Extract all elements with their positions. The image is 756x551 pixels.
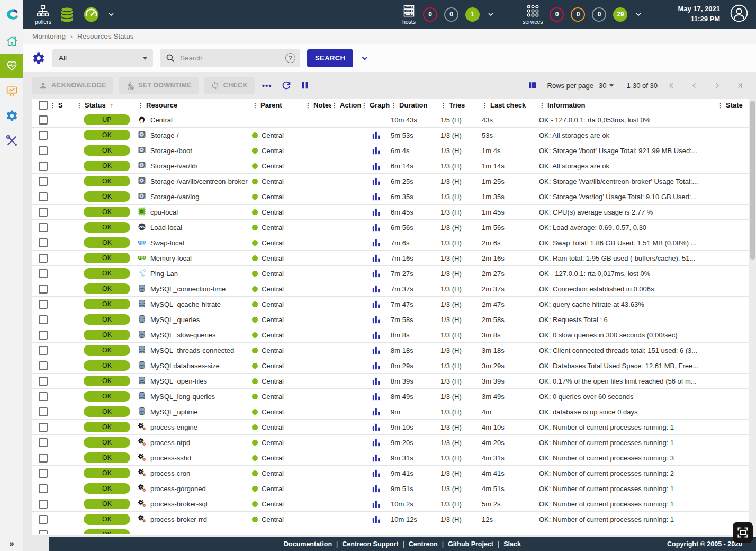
- row-checkbox[interactable]: [39, 515, 48, 524]
- graph-icon[interactable]: [372, 331, 380, 339]
- row-checkbox[interactable]: [39, 500, 48, 509]
- table-row[interactable]: OK process-engine Central 9m 10s 1/3 (H)…: [32, 420, 749, 435]
- footer-link[interactable]: Github Project: [448, 540, 493, 548]
- drag-handle-icon[interactable]: ⋮: [391, 102, 397, 109]
- footer-link[interactable]: Documentation: [284, 540, 332, 548]
- set-downtime-button[interactable]: SET DOWNTIME: [119, 77, 199, 94]
- resource-name[interactable]: Storage-/: [150, 131, 178, 139]
- row-checkbox[interactable]: [39, 115, 48, 125]
- row-checkbox[interactable]: [39, 407, 48, 416]
- resource-name[interactable]: process-ntpd: [150, 439, 190, 447]
- resource-name[interactable]: MySQL_queries: [150, 316, 200, 324]
- counter-badge[interactable]: 29: [613, 7, 627, 22]
- graph-icon[interactable]: [372, 316, 380, 324]
- user-menu[interactable]: [730, 4, 749, 25]
- resource-name[interactable]: process-cron: [150, 469, 190, 477]
- drag-handle-icon[interactable]: ⋮: [440, 102, 446, 109]
- row-checkbox[interactable]: [39, 530, 48, 535]
- drag-handle-icon[interactable]: ⋮: [361, 102, 367, 109]
- drag-handle-icon[interactable]: ⋮: [539, 102, 545, 109]
- footer-link[interactable]: Centreon Support: [342, 540, 398, 548]
- table-row[interactable]: OK Load-local Central 6m 56s 1/3 (H) 1m …: [32, 220, 749, 235]
- sidebar-item-monitoring[interactable]: [0, 54, 23, 78]
- column-header-status[interactable]: ⋮Status↑: [76, 101, 138, 109]
- services-menu[interactable]: services: [523, 4, 543, 25]
- resource-name[interactable]: Ping-Lan: [150, 270, 178, 278]
- row-checkbox[interactable]: [39, 223, 48, 232]
- resource-name[interactable]: process-broker-rrd: [150, 516, 207, 523]
- row-checkbox[interactable]: [39, 346, 48, 355]
- resource-name[interactable]: MySQL_open-files: [150, 377, 207, 385]
- vertical-scrollbar[interactable]: [749, 99, 756, 537]
- counter-badge[interactable]: 0: [571, 7, 585, 22]
- graph-icon[interactable]: [372, 377, 380, 385]
- resource-name[interactable]: cpu-local: [150, 208, 178, 216]
- row-checkbox[interactable]: [39, 192, 48, 201]
- pause-autorefresh-button[interactable]: [299, 79, 311, 92]
- graph-icon[interactable]: [372, 300, 380, 308]
- column-header-notes[interactable]: ⋮Notes: [305, 101, 331, 109]
- counter-badge[interactable]: 0: [550, 7, 564, 22]
- table-row[interactable]: OK MySQL_slow-queries Central 8m 8s 1/3 …: [32, 327, 749, 343]
- drag-handle-icon[interactable]: ⋮: [331, 102, 337, 109]
- row-checkbox[interactable]: [39, 454, 48, 463]
- hosts-chevron-down-icon[interactable]: [487, 10, 495, 19]
- resource-name[interactable]: MySQL_long-queries: [150, 393, 215, 401]
- graph-icon[interactable]: [372, 485, 380, 493]
- table-row[interactable]: OK Storage-/var/lib Central 6m 14s 1/3 (…: [32, 158, 749, 174]
- row-checkbox[interactable]: [39, 361, 48, 370]
- table-row[interactable]: OK process-gorgoned Central 9m 51s 1/3 (…: [32, 481, 749, 496]
- graph-icon[interactable]: [372, 208, 380, 216]
- row-checkbox[interactable]: [39, 469, 48, 478]
- graph-icon[interactable]: [372, 423, 380, 431]
- table-row[interactable]: OK Storage-/var/lib/centreon-broker Cent…: [32, 174, 749, 189]
- resource-name[interactable]: process-engine: [150, 423, 197, 431]
- table-row[interactable]: OK MySQL_long-queries Central 8m 49s 1/3…: [32, 389, 749, 404]
- centreon-logo[interactable]: [0, 0, 23, 29]
- previous-page-icon[interactable]: [690, 81, 699, 90]
- graph-icon[interactable]: [372, 346, 380, 354]
- filters-expand-chevron-icon[interactable]: [360, 54, 370, 63]
- resource-name[interactable]: Storage-/var/lib/centreon-broker: [150, 177, 248, 185]
- resource-name[interactable]: MySQL_uptime: [150, 408, 198, 416]
- table-row[interactable]: UP Central 10m 43s 1/5 (H) 43s OK - 127.…: [32, 112, 749, 128]
- resource-name[interactable]: Memory-local: [150, 254, 192, 262]
- drag-handle-icon[interactable]: ⋮: [252, 102, 258, 109]
- graph-icon[interactable]: [372, 239, 380, 247]
- table-row[interactable]: OK MySQL_queries Central 7m 58s 1/3 (H) …: [32, 312, 749, 327]
- resource-name[interactable]: process-gorgoned: [150, 485, 206, 493]
- resource-name[interactable]: MySQLdatabases-size: [150, 362, 220, 370]
- counter-badge[interactable]: 0: [592, 7, 606, 22]
- graph-icon[interactable]: [372, 162, 380, 170]
- resource-name[interactable]: Storage-/var/lib: [150, 162, 197, 170]
- table-row[interactable]: OK MySQL_uptime Central 9m 1/3 (H) 4m OK…: [32, 404, 749, 420]
- table-row[interactable]: OK MySQL_qcache-hitrate Central 7m 47s 1…: [32, 297, 749, 312]
- resource-name[interactable]: process-sshd: [150, 454, 191, 462]
- graph-icon[interactable]: [372, 254, 380, 262]
- column-header-severity[interactable]: ⋮S: [50, 101, 76, 109]
- table-row[interactable]: OK MySQL_threads-connected Central 8m 18…: [32, 343, 749, 358]
- graph-icon[interactable]: [372, 285, 380, 293]
- latency-gauge-icon[interactable]: [83, 6, 100, 23]
- drag-handle-icon[interactable]: ⋮: [50, 102, 56, 109]
- row-checkbox[interactable]: [39, 438, 48, 447]
- row-checkbox[interactable]: [39, 131, 48, 140]
- next-page-icon[interactable]: [713, 81, 722, 90]
- table-row[interactable]: OK process-broker-sql Central 10m 2s 1/3…: [32, 496, 749, 512]
- graph-icon[interactable]: [372, 408, 380, 416]
- edit-columns-button[interactable]: [526, 79, 539, 92]
- footer-link[interactable]: Centreon: [409, 540, 438, 548]
- counter-badge[interactable]: 0: [423, 7, 437, 22]
- table-row[interactable]: OK Storage-/ Central 5m 53s 1/3 (H) 53s …: [32, 128, 749, 143]
- row-checkbox[interactable]: [39, 300, 48, 309]
- filter-scope-select[interactable]: All: [52, 49, 153, 67]
- fullscreen-button[interactable]: [733, 522, 753, 543]
- column-header-information[interactable]: ⋮Information: [539, 101, 717, 109]
- table-row[interactable]: OK MySQL_connection-time Central 7m 37s …: [32, 281, 749, 297]
- graph-icon[interactable]: [372, 131, 380, 139]
- graph-icon[interactable]: [372, 454, 380, 462]
- graph-icon[interactable]: [372, 516, 380, 523]
- resource-name[interactable]: MySQL_slow-queries: [150, 331, 216, 339]
- graph-icon[interactable]: [372, 193, 380, 201]
- row-checkbox[interactable]: [39, 484, 48, 493]
